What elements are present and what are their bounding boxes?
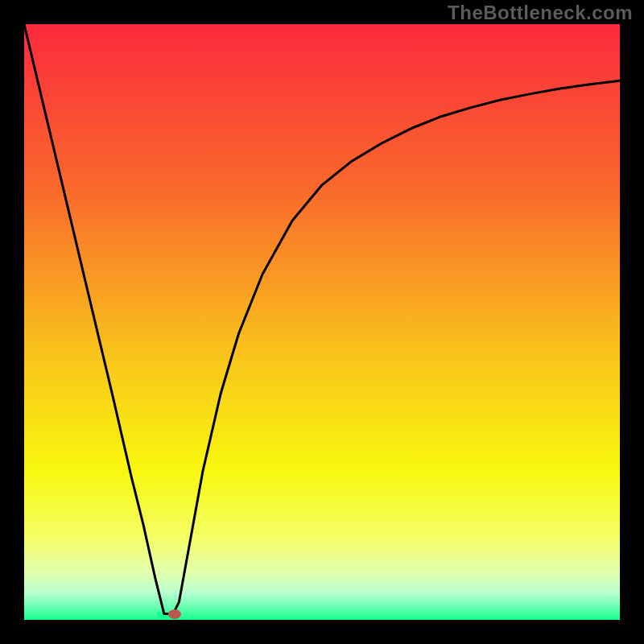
- optimal-marker: [168, 609, 181, 619]
- chart-container: TheBottleneck.com: [0, 0, 644, 644]
- gradient-background: [24, 24, 620, 620]
- plot-area: [24, 24, 620, 620]
- plot-svg: [24, 24, 620, 620]
- watermark-text: TheBottleneck.com: [448, 2, 633, 24]
